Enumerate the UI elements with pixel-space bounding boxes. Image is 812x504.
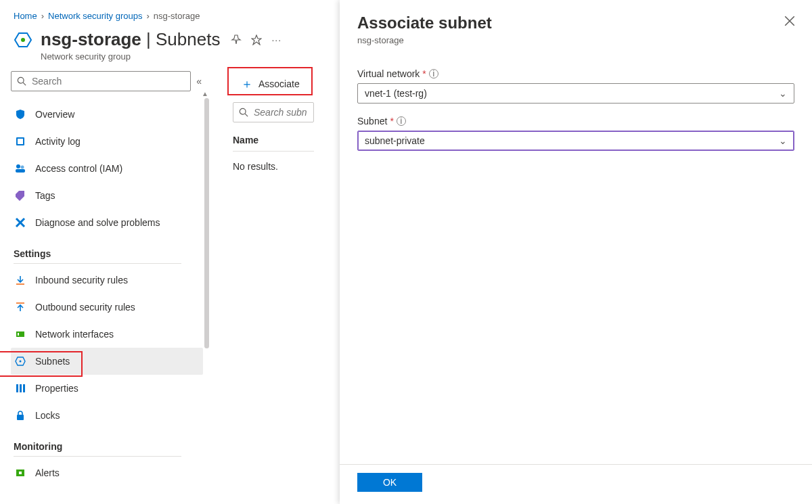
sidebar-item-diagnose[interactable]: Diagnose and solve problems <box>11 209 203 236</box>
column-header-name[interactable]: Name <box>233 135 314 152</box>
shield-icon <box>14 109 27 120</box>
sidebar-item-label: Tags <box>35 190 55 201</box>
plus-icon: ＋ <box>241 78 253 90</box>
alert-icon <box>14 467 27 478</box>
panel-subtitle: nsg-storage <box>357 35 794 45</box>
sidebar-item-label: Subnets <box>35 356 70 367</box>
properties-icon <box>14 383 27 394</box>
search-icon <box>239 108 248 117</box>
sidebar-item-subnets[interactable]: Subnets <box>11 348 203 375</box>
chevron-right-icon: › <box>146 11 149 21</box>
svg-rect-22 <box>19 472 22 474</box>
sidebar-search[interactable] <box>11 71 191 91</box>
associate-subnet-panel: Associate subnet nsg-storage Virtual net… <box>340 0 812 504</box>
subnet-icon <box>14 356 27 367</box>
sidebar-item-activity-log[interactable]: Activity log <box>11 128 203 155</box>
svg-rect-13 <box>16 331 24 337</box>
vnet-label: Virtual network <box>357 68 420 79</box>
favorite-icon[interactable] <box>251 35 262 45</box>
sidebar-item-label: Alerts <box>35 467 60 478</box>
sidebar-item-alerts[interactable]: Alerts <box>11 459 203 486</box>
sidebar-item-label: Access control (IAM) <box>35 163 122 174</box>
page-title-section: | <box>141 29 156 50</box>
sidebar-group-monitoring: Monitoring <box>14 441 208 452</box>
tag-icon <box>14 190 27 201</box>
sidebar-item-network-interfaces[interactable]: Network interfaces <box>11 321 203 348</box>
info-icon[interactable]: i <box>429 69 438 78</box>
svg-point-2 <box>18 77 24 83</box>
svg-rect-8 <box>16 169 25 173</box>
page-title: nsg-storage <box>41 29 141 50</box>
subnet-search[interactable] <box>233 102 314 122</box>
more-icon[interactable]: ··· <box>271 35 281 45</box>
panel-title: Associate subnet <box>357 14 794 32</box>
sidebar-item-inbound-rules[interactable]: Inbound security rules <box>11 267 203 294</box>
wrench-icon <box>14 217 27 228</box>
info-icon[interactable]: i <box>397 116 406 126</box>
svg-rect-5 <box>18 139 23 144</box>
svg-point-16 <box>20 361 22 363</box>
scroll-up-icon: ▲ <box>202 90 208 97</box>
svg-line-24 <box>245 114 248 116</box>
sidebar-item-outbound-rules[interactable]: Outbound security rules <box>11 294 203 321</box>
subnet-label: Subnet <box>357 116 387 127</box>
subnet-value: subnet-private <box>365 135 425 146</box>
chevron-right-icon: › <box>41 11 44 21</box>
log-icon <box>14 136 27 147</box>
panel-footer: OK <box>340 464 812 504</box>
sidebar-item-access-control[interactable]: Access control (IAM) <box>11 155 203 182</box>
svg-rect-18 <box>20 384 22 392</box>
svg-rect-17 <box>16 384 18 392</box>
associate-button[interactable]: ＋ Associate <box>233 74 308 94</box>
collapse-sidebar-icon[interactable]: « <box>196 76 202 87</box>
sidebar-group-settings: Settings <box>14 248 208 259</box>
search-icon <box>17 76 26 86</box>
sidebar-item-tags[interactable]: Tags <box>11 182 203 209</box>
svg-rect-20 <box>17 415 24 420</box>
lock-icon <box>14 410 27 421</box>
svg-point-6 <box>16 164 20 168</box>
sidebar-item-label: Locks <box>35 410 60 421</box>
required-icon: * <box>422 68 426 79</box>
page-title-section-text: Subnets <box>156 29 220 50</box>
sidebar-item-label: Activity log <box>35 136 81 147</box>
divider <box>14 456 181 457</box>
subnet-search-input[interactable] <box>252 106 308 118</box>
subnet-dropdown[interactable]: subnet-private ⌄ <box>357 131 794 151</box>
svg-rect-14 <box>18 333 19 336</box>
inbound-icon <box>14 275 27 285</box>
ok-button[interactable]: OK <box>357 473 422 492</box>
sidebar-item-label: Diagnose and solve problems <box>35 217 160 228</box>
svg-rect-19 <box>23 384 25 392</box>
sidebar-item-label: Network interfaces <box>35 329 114 340</box>
associate-label: Associate <box>258 78 300 89</box>
divider <box>14 263 181 264</box>
chevron-down-icon: ⌄ <box>779 135 787 146</box>
outbound-icon <box>14 302 27 313</box>
pin-icon[interactable] <box>231 35 242 45</box>
sidebar-item-locks[interactable]: Locks <box>11 402 203 429</box>
sidebar-item-label: Inbound security rules <box>35 275 128 285</box>
sidebar-item-label: Overview <box>35 109 74 120</box>
chevron-down-icon: ⌄ <box>779 88 787 99</box>
svg-point-1 <box>21 38 25 42</box>
required-icon: * <box>390 116 393 127</box>
table-empty-state: No results. <box>233 152 323 172</box>
sidebar-search-input[interactable] <box>30 75 185 87</box>
breadcrumb-nsg-list[interactable]: Network security groups <box>48 11 142 21</box>
vnet-value: vnet-1 (test-rg) <box>365 88 427 99</box>
svg-point-23 <box>240 108 246 114</box>
sidebar-item-label: Properties <box>35 383 78 394</box>
sidebar-item-properties[interactable]: Properties <box>11 375 203 402</box>
vnet-dropdown[interactable]: vnet-1 (test-rg) ⌄ <box>357 83 794 104</box>
sidebar: « ▲ Overview Activity log Access control… <box>0 71 208 490</box>
people-icon <box>14 163 27 174</box>
sidebar-item-overview[interactable]: Overview <box>11 101 203 128</box>
nsg-icon <box>14 30 32 49</box>
nic-icon <box>14 329 27 340</box>
close-icon[interactable] <box>784 15 796 27</box>
svg-line-3 <box>23 83 26 85</box>
breadcrumb-home[interactable]: Home <box>14 11 37 21</box>
breadcrumb-current: nsg-storage <box>154 11 200 21</box>
svg-point-7 <box>21 166 24 169</box>
